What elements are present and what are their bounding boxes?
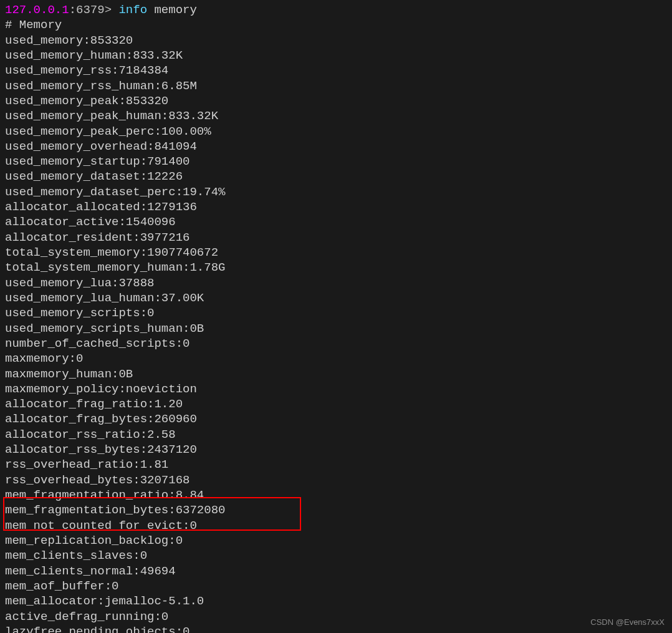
output-line: total_system_memory_human:1.78G <box>5 261 225 274</box>
output-line: used_memory_dataset_perc:19.74% <box>5 185 225 199</box>
output-line: rss_overhead_ratio:1.81 <box>5 458 168 471</box>
output-line: allocator_rss_bytes:2437120 <box>5 443 197 457</box>
output-line: mem_allocator:jemalloc-5.1.0 <box>5 594 204 608</box>
prompt-host: 127.0.0.1 <box>5 3 69 17</box>
output-line: maxmemory_human:0B <box>5 367 133 381</box>
output-line: used_memory_scripts_human:0B <box>5 322 204 336</box>
output-line: mem_fragmentation_bytes:6372080 <box>5 503 225 517</box>
output-line: used_memory_startup:791400 <box>5 155 190 168</box>
output-line: used_memory_rss:7184384 <box>5 64 168 77</box>
output-line: rss_overhead_bytes:3207168 <box>5 473 190 487</box>
output-header: # Memory <box>5 18 62 32</box>
output-line: used_memory_peak_human:833.32K <box>5 109 218 123</box>
output-line: maxmemory_policy:noeviction <box>5 382 197 396</box>
prompt-arrow: > <box>105 3 119 17</box>
watermark-text: CSDN @Evens7xxX <box>590 617 665 628</box>
output-line: mem_fragmentation_ratio:8.84 <box>5 488 204 502</box>
output-line: used_memory:853320 <box>5 34 133 47</box>
output-line: maxmemory:0 <box>5 352 83 365</box>
terminal-output[interactable]: 127.0.0.1:6379> info memory # Memory use… <box>5 2 667 633</box>
output-line: used_memory_lua:37888 <box>5 276 154 290</box>
output-line: number_of_cached_scripts:0 <box>5 337 190 350</box>
output-line: used_memory_human:833.32K <box>5 49 183 62</box>
output-line: used_memory_scripts:0 <box>5 306 154 320</box>
output-line: used_memory_peak_perc:100.00% <box>5 125 211 138</box>
output-line: used_memory_rss_human:6.85M <box>5 79 197 93</box>
output-line: mem_replication_backlog:0 <box>5 534 183 548</box>
output-line: allocator_active:1540096 <box>5 215 176 229</box>
command-arg: memory <box>147 3 197 17</box>
output-line: allocator_frag_ratio:1.20 <box>5 397 183 411</box>
output-line: mem_not_counted_for_evict:0 <box>5 519 197 533</box>
output-line: mem_aof_buffer:0 <box>5 579 118 593</box>
output-line: allocator_resident:3977216 <box>5 231 190 244</box>
output-line: used_memory_peak:853320 <box>5 94 168 108</box>
command-name: info <box>118 3 147 17</box>
output-line: allocator_allocated:1279136 <box>5 200 197 214</box>
output-line: used_memory_dataset:12226 <box>5 170 183 183</box>
output-line: allocator_rss_ratio:2.58 <box>5 428 176 442</box>
output-line: total_system_memory:1907740672 <box>5 246 218 259</box>
output-line: allocator_frag_bytes:260960 <box>5 412 197 426</box>
prompt-port: :6379 <box>69 3 105 17</box>
output-line: mem_clients_normal:49694 <box>5 564 176 578</box>
output-line: active_defrag_running:0 <box>5 610 168 624</box>
output-line: used_memory_overhead:841094 <box>5 140 197 153</box>
output-line: mem_clients_slaves:0 <box>5 549 147 563</box>
output-line: used_memory_lua_human:37.00K <box>5 291 204 305</box>
output-line: lazyfree_pending_objects:0 <box>5 625 190 633</box>
